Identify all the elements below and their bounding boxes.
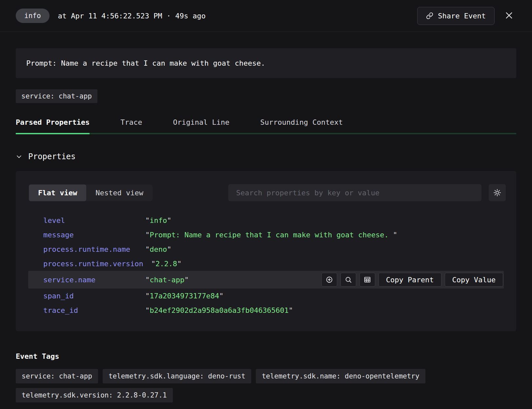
properties-panel: Flat view Nested view level"info"message… [16, 171, 516, 331]
properties-section-title: Properties [28, 152, 76, 161]
tabs: Parsed PropertiesTraceOriginal LineSurro… [16, 118, 516, 134]
tab-trace[interactable]: Trace [120, 118, 142, 134]
event-detail-content: Prompt: Name a recipe that I can make wi… [0, 48, 532, 402]
property-key: process.runtime.version [43, 260, 151, 268]
property-key: span_id [43, 292, 145, 300]
property-value: "b24ef2902d2a958a0a6a3fb046365601" [145, 306, 293, 314]
property-key: service.name [43, 276, 145, 284]
event-message-panel: Prompt: Name a recipe that I can make wi… [16, 48, 516, 78]
link-icon [426, 12, 433, 19]
property-key: trace_id [43, 306, 145, 314]
nested-view-button[interactable]: Nested view [86, 184, 153, 201]
view-toggle: Flat view Nested view [29, 184, 153, 201]
property-row-process.runtime.version[interactable]: process.runtime.version"2.2.8" [28, 256, 504, 271]
property-key: process.runtime.name [43, 245, 145, 253]
property-value: "chat-app" [145, 276, 189, 284]
event-tag[interactable]: telemetry.sdk.version: 2.2.8-0.27.1 [16, 388, 173, 402]
event-header: info at Apr 11 4:56:22.523 PM · 49s ago … [0, 0, 532, 32]
plus-circle-icon [326, 276, 333, 283]
event-tag[interactable]: service: chat-app [16, 369, 98, 383]
chevron-down-icon [16, 153, 22, 160]
property-value: "info" [145, 216, 171, 225]
property-row-span_id[interactable]: span_id"17a2034973177e84" [28, 289, 504, 303]
plus-circle-button[interactable] [321, 273, 337, 287]
share-event-button[interactable]: Share Event [417, 7, 495, 25]
event-tag[interactable]: telemetry.sdk.name: deno-opentelemetry [256, 369, 425, 383]
property-row-level[interactable]: level"info" [28, 213, 504, 227]
property-value: "Prompt: Name a recipe that I can make w… [145, 231, 397, 239]
tab-parsed-properties[interactable]: Parsed Properties [16, 118, 90, 134]
search-properties-input[interactable] [228, 184, 481, 201]
event-timestamp: at Apr 11 4:56:22.523 PM · 49s ago [58, 12, 206, 20]
level-badge: info [16, 9, 50, 23]
property-value: "2.2.8" [151, 260, 182, 268]
properties-table: level"info"message"Prompt: Name a recipe… [16, 213, 516, 317]
flat-view-button[interactable]: Flat view [29, 184, 86, 201]
header-actions: Share Event [417, 7, 516, 25]
property-row-service.name[interactable]: service.name"chat-app"Copy ParentCopy Va… [28, 271, 504, 289]
share-event-label: Share Event [438, 12, 486, 20]
event-tags-list: service: chat-apptelemetry.sdk.language:… [16, 369, 485, 402]
property-row-message[interactable]: message"Prompt: Name a recipe that I can… [28, 227, 504, 242]
table-icon [364, 276, 371, 283]
gear-icon [493, 189, 501, 197]
service-tag[interactable]: service: chat-app [16, 89, 97, 103]
properties-toolbar: Flat view Nested view [16, 184, 516, 201]
close-icon [504, 11, 514, 20]
event-tag[interactable]: telemetry.sdk.language: deno-rust [103, 369, 251, 383]
copy-value-button[interactable]: Copy Value [445, 273, 503, 287]
tab-original-line[interactable]: Original Line [173, 118, 229, 134]
settings-button[interactable] [489, 184, 506, 201]
close-button[interactable] [502, 8, 516, 24]
property-key: message [43, 231, 145, 239]
properties-section-heading[interactable]: Properties [16, 152, 516, 161]
tab-surrounding-context[interactable]: Surrounding Context [260, 118, 343, 134]
table-button[interactable] [359, 273, 375, 287]
property-row-trace_id[interactable]: trace_id"b24ef2902d2a958a0a6a3fb04636560… [28, 303, 504, 317]
property-value: "17a2034973177e84" [145, 292, 223, 300]
property-key: level [43, 216, 145, 225]
search-icon [345, 276, 352, 283]
copy-parent-button[interactable]: Copy Parent [379, 273, 441, 287]
event-tags-title: Event Tags [16, 352, 516, 360]
search-button[interactable] [340, 273, 356, 287]
row-actions: Copy ParentCopy Value [321, 273, 504, 287]
property-row-process.runtime.name[interactable]: process.runtime.name"deno" [28, 242, 504, 256]
property-value: "deno" [145, 245, 171, 253]
